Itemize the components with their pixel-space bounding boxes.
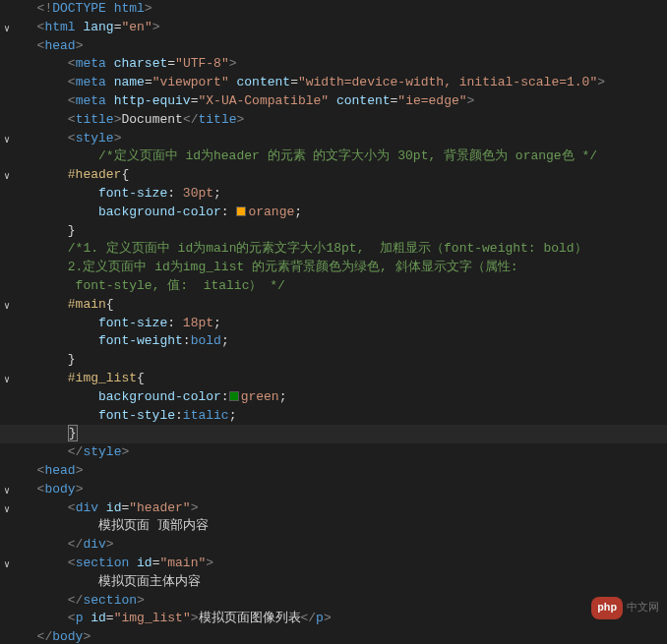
code-line: <!DOCTYPE html>	[0, 0, 667, 19]
code-line: /*1. 定义页面中 id为main的元素文字大小18pt, 加粗显示（font…	[0, 240, 667, 259]
code-line: <head>	[0, 37, 667, 56]
code-line: font-size: 30pt;	[0, 185, 667, 204]
code-line: ∨ #main{	[0, 296, 667, 315]
code-line: </div>	[0, 536, 667, 555]
code-line: ∨ <html lang="en">	[0, 19, 667, 37]
code-line-active: }	[0, 425, 667, 443]
code-line: }	[0, 351, 667, 370]
code-line: font-style:italic;	[0, 407, 667, 426]
code-line: <title>Document</title>	[0, 111, 667, 130]
code-line: 模拟页面 顶部内容	[0, 517, 667, 536]
code-line: ∨ #header{	[0, 166, 667, 185]
code-line: /*定义页面中 id为header 的元素 的文字大小为 30pt, 背景颜色为…	[0, 147, 667, 166]
code-line: font-style, 值: italic） */	[0, 277, 667, 296]
code-line: background-color: orange;	[0, 204, 667, 222]
color-swatch-orange	[236, 206, 246, 216]
watermark: php 中文网	[591, 597, 659, 619]
code-line: ∨ <style>	[0, 130, 667, 148]
code-line: <meta name="viewport" content="width=dev…	[0, 74, 667, 92]
watermark-logo: php	[591, 597, 623, 619]
code-line: ∨ <body>	[0, 481, 667, 499]
watermark-text: 中文网	[627, 599, 659, 617]
code-line: <meta http-equiv="X-UA-Compatible" conte…	[0, 92, 667, 111]
code-line: background-color:green;	[0, 388, 667, 407]
code-line: </style>	[0, 443, 667, 462]
code-editor[interactable]: <!DOCTYPE html> ∨ <html lang="en"> <head…	[0, 0, 667, 644]
code-line: font-size: 18pt;	[0, 315, 667, 333]
code-line: ∨ #img_list{	[0, 370, 667, 388]
code-line: <meta charset="UTF-8">	[0, 55, 667, 74]
code-line: </body>	[0, 628, 667, 644]
code-line: 2.定义页面中 id为img_list 的元素背景颜色为绿色, 斜体显示文字（属…	[0, 259, 667, 277]
code-line: <head>	[0, 462, 667, 481]
code-line: }	[0, 222, 667, 241]
code-line: ∨ <div id="header">	[0, 499, 667, 518]
code-line: font-weight:bold;	[0, 332, 667, 351]
code-line: ∨ <section id="main">	[0, 555, 667, 573]
code-line: </section>	[0, 592, 667, 611]
color-swatch-green	[229, 391, 239, 401]
code-line: 模拟页面主体内容	[0, 573, 667, 592]
code-line: <p id="img_list">模拟页面图像列表</p>	[0, 610, 667, 628]
